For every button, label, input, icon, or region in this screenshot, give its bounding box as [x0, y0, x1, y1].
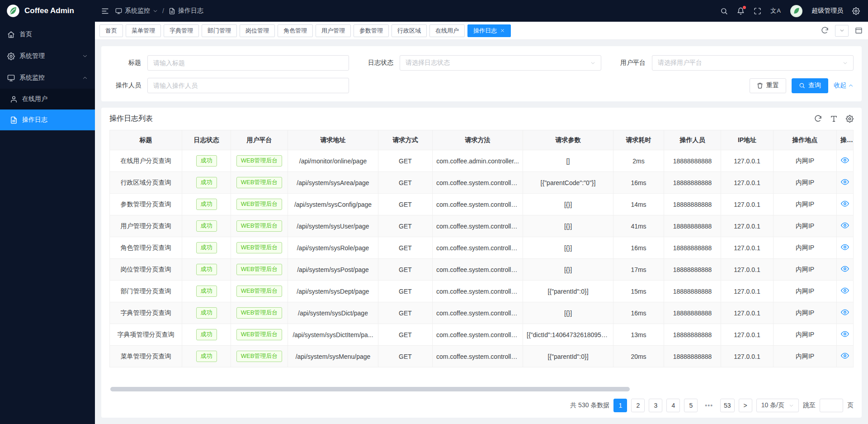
view-detail-icon[interactable] — [841, 286, 849, 295]
search-button[interactable]: 查询 — [792, 78, 828, 93]
sidebar-subitem-operation-log[interactable]: 操作日志 — [0, 110, 95, 130]
cell-platform: WEB管理后台 — [231, 194, 288, 215]
view-detail-icon[interactable] — [841, 178, 849, 186]
cell-request-params: [] — [523, 150, 613, 172]
jump-page-input[interactable] — [820, 399, 843, 412]
cell-title: 菜单管理分页查询 — [110, 346, 182, 367]
cell-platform: WEB管理后台 — [231, 324, 288, 346]
cell-operator: 18888888888 — [664, 194, 721, 215]
tab-online-user[interactable]: 在线用户 — [429, 24, 465, 37]
refresh-table-icon[interactable] — [814, 115, 822, 123]
sidebar-item-system-manage[interactable]: 系统管理 — [0, 45, 95, 67]
cell-location: 内网IP — [774, 172, 837, 194]
page-button-1[interactable]: 1 — [613, 399, 627, 412]
search-icon[interactable] — [720, 7, 728, 15]
table-row: 角色管理分页查询成功WEB管理后台/api/system/sysRole/pag… — [110, 237, 854, 259]
filter-actions: 重置 查询 收起 — [614, 78, 854, 93]
view-detail-icon[interactable] — [841, 156, 849, 164]
cell-status: 成功 — [182, 346, 231, 367]
cell-ip: 127.0.0.1 — [721, 150, 774, 172]
view-detail-icon[interactable] — [841, 265, 849, 273]
cell-action — [837, 172, 854, 194]
tab-post-manage[interactable]: 岗位管理 — [240, 24, 275, 37]
search-icon — [799, 82, 805, 89]
refresh-tab-icon[interactable] — [821, 27, 829, 34]
settings-gear-icon[interactable] — [852, 7, 860, 15]
user-platform-select[interactable]: 请选择用户平台 — [652, 55, 854, 71]
density-icon[interactable] — [830, 115, 838, 123]
breadcrumb-item-operation-log[interactable]: 操作日志 — [169, 7, 203, 15]
platform-tag: WEB管理后台 — [236, 264, 283, 275]
field-operator: 操作人员 — [109, 78, 349, 93]
tab-dept-manage[interactable]: 部门管理 — [202, 24, 237, 37]
chevron-down-icon — [82, 53, 88, 59]
title-input[interactable] — [147, 55, 349, 71]
page-button-53[interactable]: 53 — [720, 399, 735, 412]
collapse-sidebar-icon[interactable] — [101, 7, 109, 15]
page-ellipsis: ••• — [702, 399, 716, 412]
operator-input[interactable] — [147, 78, 349, 93]
reset-button[interactable]: 重置 — [750, 78, 786, 93]
app-logo[interactable]: Coffee Admin — [0, 0, 95, 22]
collapse-filter-button[interactable]: 收起 — [834, 81, 854, 90]
page-button-4[interactable]: 4 — [666, 399, 680, 412]
view-detail-icon[interactable] — [841, 243, 849, 251]
translate-icon[interactable]: 文A — [770, 7, 781, 15]
tab-dict-manage[interactable]: 字典管理 — [164, 24, 199, 37]
cell-title: 岗位管理分页查询 — [110, 259, 182, 281]
cell-request-url: /api/system/sysConfig/page — [288, 194, 378, 215]
breadcrumb-label: 系统监控 — [125, 7, 150, 15]
view-detail-icon[interactable] — [841, 330, 849, 338]
tab-area-manage[interactable]: 行政区域 — [392, 24, 427, 37]
sidebar-item-system-monitor[interactable]: 系统监控 — [0, 67, 95, 89]
log-status-select[interactable]: 请选择日志状态 — [400, 55, 601, 71]
username[interactable]: 超级管理员 — [811, 7, 843, 15]
avatar[interactable] — [790, 5, 802, 17]
table-row: 行政区域分页查询成功WEB管理后台/api/system/sysArea/pag… — [110, 172, 854, 194]
view-detail-icon[interactable] — [841, 352, 849, 360]
page-size-select[interactable]: 10 条/页 — [756, 399, 799, 412]
close-tab-icon[interactable] — [500, 28, 505, 33]
page-button-2[interactable]: 2 — [631, 399, 645, 412]
page-button-5[interactable]: 5 — [684, 399, 698, 412]
cell-request-function: com.coffee.system.controlle... — [433, 237, 523, 259]
column-header: 操作人员 — [664, 130, 721, 150]
log-list-card: 操作日志列表 标题日志状态用户平台请求地址请求方式请求方法请求参数请求耗 — [101, 108, 862, 418]
cell-request-method: GET — [378, 346, 433, 367]
fullscreen-icon[interactable] — [754, 7, 761, 15]
log-status-label: 日志状态 — [362, 59, 393, 67]
home-icon — [7, 31, 15, 38]
cell-action — [837, 281, 854, 302]
notifications-button[interactable] — [737, 7, 745, 15]
column-settings-icon[interactable] — [846, 115, 854, 123]
scrollbar-thumb[interactable] — [110, 387, 630, 391]
horizontal-scrollbar[interactable] — [110, 387, 853, 391]
tab-operation-log[interactable]: 操作日志 — [467, 24, 511, 37]
cell-request-function: com.coffee.admin.controller... — [433, 150, 523, 172]
content-fullscreen-icon[interactable] — [855, 27, 863, 34]
breadcrumb-item-system-monitor[interactable]: 系统监控 — [115, 7, 158, 15]
tab-role-manage[interactable]: 角色管理 — [278, 24, 313, 37]
view-detail-icon[interactable] — [841, 221, 849, 229]
column-header: 操作地点 — [774, 130, 837, 150]
status-tag: 成功 — [196, 264, 217, 275]
cell-request-params: [{"dictId":140647326180950... — [523, 324, 613, 346]
cell-location: 内网IP — [774, 259, 837, 281]
view-detail-icon[interactable] — [841, 308, 849, 316]
tab-label: 菜单管理 — [132, 27, 155, 35]
sidebar-item-home[interactable]: 首页 — [0, 24, 95, 45]
tabs-dropdown-button[interactable] — [835, 25, 849, 37]
view-detail-icon[interactable] — [841, 200, 849, 208]
tab-home[interactable]: 首页 — [99, 24, 123, 37]
sidebar-subitem-online-user[interactable]: 在线用户 — [0, 89, 95, 110]
jump-suffix: 页 — [847, 401, 854, 410]
tab-user-manage[interactable]: 用户管理 — [316, 24, 351, 37]
cell-status: 成功 — [182, 172, 231, 194]
page-button-3[interactable]: 3 — [649, 399, 662, 412]
filter-form: 标题 日志状态 请选择日志状态 用户平台 请选择用户平台 — [109, 55, 854, 93]
user-icon — [10, 95, 18, 103]
tab-config-manage[interactable]: 参数管理 — [354, 24, 389, 37]
next-page-button[interactable]: > — [739, 399, 752, 412]
platform-tag: WEB管理后台 — [236, 199, 283, 210]
tab-menu-manage[interactable]: 菜单管理 — [126, 24, 161, 37]
